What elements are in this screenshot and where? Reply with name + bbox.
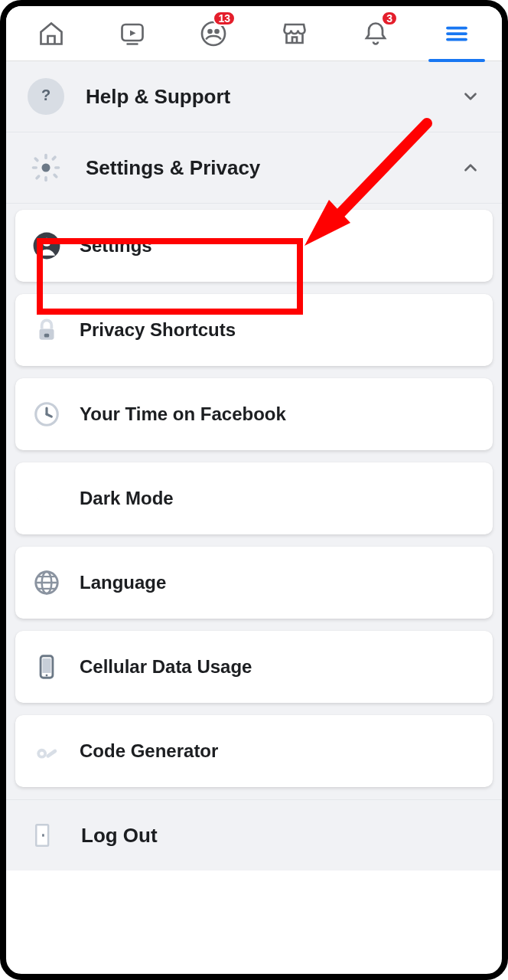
clock-icon: [32, 400, 61, 429]
menu-tab[interactable]: [430, 12, 484, 55]
svg-rect-31: [42, 658, 50, 673]
notifications-badge: 3: [381, 11, 398, 26]
language-item[interactable]: Language: [15, 547, 493, 619]
svg-rect-14: [34, 156, 40, 162]
svg-point-9: [42, 164, 50, 172]
svg-rect-16: [51, 155, 57, 162]
privacy-shortcuts-label: Privacy Shortcuts: [80, 319, 236, 341]
svg-rect-12: [32, 166, 37, 169]
home-tab[interactable]: [24, 12, 78, 55]
person-icon: [32, 231, 61, 260]
gear-icon: [28, 149, 64, 186]
svg-rect-13: [54, 166, 60, 169]
hamburger-icon: [443, 20, 471, 47]
groups-tab[interactable]: 13: [187, 12, 240, 55]
logout-label: Log Out: [81, 824, 158, 848]
code-generator-label: Code Generator: [80, 740, 218, 762]
home-icon: [37, 20, 65, 47]
settings-item[interactable]: Settings: [15, 210, 493, 282]
chevron-down-icon: [461, 87, 480, 106]
cellular-label: Cellular Data Usage: [80, 656, 252, 678]
svg-point-4: [214, 28, 220, 34]
marketplace-tab[interactable]: [268, 12, 321, 55]
language-label: Language: [80, 572, 166, 593]
watch-tab[interactable]: [106, 12, 159, 55]
phone-icon: [32, 652, 61, 681]
svg-rect-17: [34, 175, 41, 181]
help-support-section[interactable]: ? Help & Support: [6, 61, 502, 132]
svg-point-19: [42, 238, 50, 247]
svg-point-3: [207, 28, 213, 34]
help-support-title: Help & Support: [86, 85, 461, 109]
svg-text:?: ?: [41, 87, 50, 103]
logout-icon: [28, 820, 58, 851]
settings-privacy-section[interactable]: Settings & Privacy: [6, 132, 502, 204]
dark-mode-label: Dark Mode: [80, 488, 174, 509]
notifications-tab[interactable]: 3: [349, 12, 402, 55]
svg-rect-10: [44, 154, 47, 159]
moon-icon: [32, 484, 61, 513]
help-icon: ?: [28, 78, 64, 115]
marketplace-icon: [281, 20, 308, 47]
svg-rect-11: [44, 176, 47, 181]
svg-rect-38: [42, 834, 44, 836]
settings-privacy-title: Settings & Privacy: [86, 156, 461, 180]
key-icon: [32, 737, 61, 766]
svg-rect-15: [53, 173, 59, 179]
globe-icon: [32, 568, 61, 597]
groups-badge: 13: [213, 11, 236, 26]
svg-point-34: [40, 752, 44, 756]
your-time-label: Your Time on Facebook: [80, 403, 286, 425]
top-navigation: 13 3: [6, 6, 502, 61]
logout-item[interactable]: Log Out: [6, 799, 502, 871]
code-generator-item[interactable]: Code Generator: [15, 715, 493, 787]
chevron-up-icon: [461, 158, 480, 178]
svg-point-32: [46, 675, 48, 677]
svg-line-24: [47, 414, 51, 416]
settings-label: Settings: [80, 235, 152, 256]
watch-icon: [119, 20, 146, 47]
privacy-shortcuts-item[interactable]: Privacy Shortcuts: [15, 294, 493, 366]
dark-mode-item[interactable]: Dark Mode: [15, 462, 493, 534]
your-time-item[interactable]: Your Time on Facebook: [15, 378, 493, 450]
svg-rect-35: [45, 749, 57, 759]
svg-rect-21: [44, 334, 49, 338]
lock-icon: [32, 315, 61, 345]
cellular-data-item[interactable]: Cellular Data Usage: [15, 631, 493, 703]
